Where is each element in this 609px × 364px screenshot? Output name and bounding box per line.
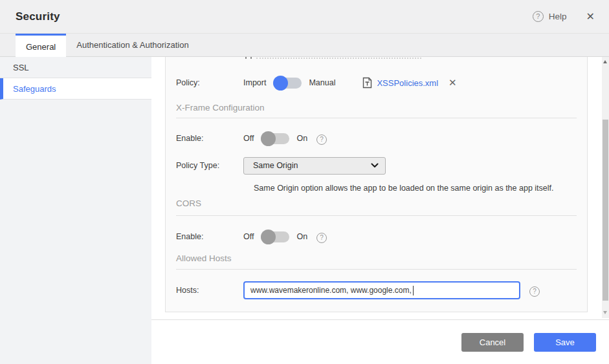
toggle-knob — [273, 76, 288, 91]
section-divider — [176, 118, 577, 118]
sidebar: SSL Safeguards — [0, 57, 151, 364]
help-icon: ? — [316, 233, 327, 243]
allowed-hosts-heading: Allowed Hosts — [166, 253, 587, 264]
scrollbar-thumb[interactable] — [603, 120, 608, 301]
hosts-row: Hosts: www.wavemakeronline.com, www.goog… — [166, 281, 587, 299]
policy-type-label: Policy Type: — [176, 161, 243, 170]
help-icon: ? — [316, 134, 327, 145]
policy-type-row: Policy Type: Same Origin — [166, 156, 587, 175]
section-divider — [176, 215, 577, 216]
policy-file-chip: XSSPolicies.xml ✕ — [362, 77, 456, 89]
cancel-button[interactable]: Cancel — [461, 333, 524, 352]
policy-label: Policy: — [176, 78, 243, 87]
save-button[interactable]: Save — [534, 333, 596, 352]
hosts-input[interactable]: www.wavemakeronline.com, www.google.com, — [243, 281, 520, 299]
security-dialog: Security ? Help ✕ General Authentication… — [0, 0, 609, 364]
chevron-down-icon — [371, 163, 379, 168]
policy-row: Policy: Import Manual XSSPolicies.xml ✕ — [166, 74, 587, 92]
page-title: Security — [16, 10, 60, 23]
policy-import-manual-toggle[interactable] — [273, 78, 302, 89]
cors-enable-label: Enable: — [176, 232, 243, 241]
cors-enable-row: Enable: Off On ? — [166, 228, 587, 246]
clipped-scrolled-content — [166, 57, 587, 60]
scrollbar-up-arrow[interactable] — [603, 60, 607, 63]
hosts-value: www.wavemakeronline.com, www.google.com, — [250, 286, 412, 295]
text-file-icon — [362, 77, 372, 89]
cors-off-label: Off — [243, 232, 254, 241]
policy-type-description: Same Origin option allows the app to be … — [166, 184, 587, 193]
policy-type-select[interactable]: Same Origin — [243, 157, 386, 175]
help-label: Help — [549, 12, 567, 21]
text-caret — [413, 286, 414, 295]
hosts-label: Hosts: — [176, 286, 243, 295]
remove-file-icon[interactable]: ✕ — [448, 77, 457, 89]
sidebar-item-safeguards[interactable]: Safeguards — [0, 78, 151, 100]
help-button[interactable]: ? Help — [533, 11, 567, 22]
policy-file-link[interactable]: XSSPolicies.xml — [377, 78, 438, 88]
vertical-scrollbar[interactable] — [602, 57, 609, 318]
policy-option-manual: Manual — [309, 78, 335, 87]
xframe-enable-toggle[interactable] — [261, 133, 289, 144]
xframe-on-label: On — [296, 134, 307, 143]
xframe-enable-label: Enable: — [176, 134, 243, 143]
tab-general[interactable]: General — [16, 34, 66, 58]
xframe-off-label: Off — [243, 134, 254, 143]
cors-enable-toggle[interactable] — [261, 231, 289, 242]
help-icon: ? — [533, 11, 544, 22]
xframe-enable-row: Enable: Off On ? — [166, 129, 587, 147]
xframe-section-heading: X-Frame Configuration — [166, 102, 587, 114]
policy-type-value: Same Origin — [253, 161, 371, 170]
cors-enable-help[interactable]: ? — [316, 231, 327, 243]
toggle-knob — [261, 230, 276, 244]
dialog-header: Security ? Help ✕ — [0, 0, 609, 34]
hosts-help[interactable]: ? — [529, 284, 540, 297]
help-icon: ? — [529, 286, 540, 297]
tab-bar: General Authentication & Authorization — [0, 34, 609, 57]
close-icon[interactable]: ✕ — [584, 9, 597, 24]
settings-panel: Policy: Import Manual XSSPolicies.xml ✕ … — [165, 57, 588, 312]
toggle-knob — [261, 131, 276, 146]
scrollbar-down-arrow[interactable] — [603, 311, 607, 314]
cors-section-heading: CORS — [166, 198, 587, 209]
policy-option-import: Import — [243, 78, 266, 87]
header-actions: ? Help ✕ — [533, 9, 597, 24]
dialog-footer: Cancel Save — [151, 319, 609, 364]
cors-on-label: On — [296, 232, 307, 241]
sidebar-item-ssl[interactable]: SSL — [0, 57, 151, 78]
tab-authentication-authorization[interactable]: Authentication & Authorization — [66, 34, 199, 56]
section-divider — [176, 269, 577, 270]
xframe-enable-help[interactable]: ? — [316, 133, 327, 145]
